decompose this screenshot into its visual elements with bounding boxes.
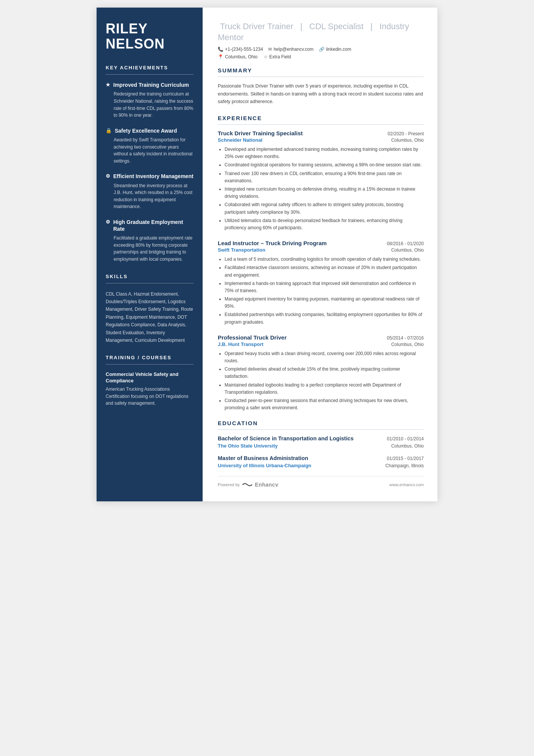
edu-school-2: University of Illinois Urbana-Champaign bbox=[218, 463, 311, 468]
job-company-row-2: Swift Transportation Columbus, Ohio bbox=[218, 247, 424, 253]
bullet-2-1: Led a team of 5 instructors, coordinatin… bbox=[225, 256, 424, 263]
achievements-section: KEY ACHIEVEMENTS ★ Improved Training Cur… bbox=[106, 65, 194, 263]
achievement-desc-3: Streamlined the inventory process at J.B… bbox=[106, 182, 194, 210]
training-title: TRAINING / COURSES bbox=[106, 355, 194, 360]
bullet-2-5: Established partnerships with trucking c… bbox=[225, 311, 424, 326]
gear-icon-2: ⚙ bbox=[106, 219, 110, 225]
job-title-2: Lead Instructor – Truck Driving Program bbox=[218, 240, 327, 246]
job-header-2: Lead Instructor – Truck Driving Program … bbox=[218, 240, 424, 246]
job-header-1: Truck Driver Training Specialist 02/2020… bbox=[218, 130, 424, 136]
job-company-row-3: J.B. Hunt Transport Columbus, Ohio bbox=[218, 341, 424, 347]
bullet-3-2: Completed deliveries ahead of schedule 1… bbox=[225, 366, 424, 380]
bullet-1-2: Coordinated logistical operations for tr… bbox=[225, 161, 424, 169]
training-course-desc-1: American Trucking Associations Certifica… bbox=[106, 386, 194, 407]
achievement-title-4: ⚙ High Graduate Employment Rate bbox=[106, 219, 194, 232]
star-icon: ★ bbox=[106, 82, 110, 88]
job-date-1: 02/2020 - Present bbox=[388, 131, 424, 136]
achievement-title-3: ⚙ Efficient Inventory Management bbox=[106, 173, 194, 180]
bullet-3-4: Conducted peer-to-peer training sessions… bbox=[225, 397, 424, 412]
extra-field-text: Extra Field bbox=[269, 54, 291, 59]
experience-section-title: EXPERIENCE bbox=[218, 115, 424, 121]
job-date-3: 05/2014 - 07/2016 bbox=[387, 335, 424, 341]
bullet-2-4: Managed equipment inventory for training… bbox=[225, 296, 424, 310]
job-company-1: Schneider National bbox=[218, 137, 262, 143]
skills-title: SKILLS bbox=[106, 274, 194, 279]
job-company-3: J.B. Hunt Transport bbox=[218, 341, 264, 347]
job-location-2: Columbus, Ohio bbox=[391, 247, 424, 253]
email-address: help@enhancv.com bbox=[273, 47, 313, 52]
summary-section-title: SUMMARY bbox=[218, 67, 424, 74]
achievement-item-2: 🔒 Safety Excellence Award Awarded by Swi… bbox=[106, 127, 194, 165]
bullet-1-3: Trained over 100 new drivers in CDL cert… bbox=[225, 170, 424, 185]
experience-divider bbox=[218, 124, 424, 125]
job-block-2: Lead Instructor – Truck Driving Program … bbox=[218, 240, 424, 326]
job-bullets-2: Led a team of 5 instructors, coordinatin… bbox=[218, 256, 424, 326]
edu-date-2: 01/2015 - 01/2017 bbox=[387, 456, 424, 461]
job-company-2: Swift Transportation bbox=[218, 247, 265, 253]
training-item-1: Commercial Vehicle Safety and Compliance… bbox=[106, 371, 194, 407]
achievement-item-3: ⚙ Efficient Inventory Management Streaml… bbox=[106, 173, 194, 210]
resume-container: RILEY NELSON KEY ACHIEVEMENTS ★ Improved… bbox=[97, 8, 437, 501]
edu-header-2: Master of Business Administration 01/201… bbox=[218, 455, 424, 462]
achievement-item-1: ★ Improved Training Curriculum Redesigne… bbox=[106, 81, 194, 119]
job-company-row-1: Schneider National Columbus, Ohio bbox=[218, 137, 424, 143]
edu-header-1: Bachelor of Science in Transportation an… bbox=[218, 435, 424, 442]
main-content: Truck Driver Trainer | CDL Specialist | … bbox=[203, 8, 437, 501]
job-block-3: Professional Truck Driver 05/2014 - 07/2… bbox=[218, 334, 424, 412]
footer-powered-by: Powered by Enhancv bbox=[218, 482, 278, 488]
job-location-3: Columbus, Ohio bbox=[391, 342, 424, 347]
phone-icon: 📞 bbox=[218, 47, 223, 52]
achievements-divider bbox=[106, 74, 194, 75]
edu-school-1: The Ohio State University bbox=[218, 443, 278, 449]
job-title-1: Truck Driver Training Specialist bbox=[218, 130, 303, 136]
training-section: TRAINING / COURSES Commercial Vehicle Sa… bbox=[106, 355, 194, 407]
linkedin-icon: 🔗 bbox=[319, 47, 325, 52]
achievement-desc-2: Awarded by Swift Transportation for achi… bbox=[106, 136, 194, 164]
edu-block-2: Master of Business Administration 01/201… bbox=[218, 455, 424, 468]
job-block-1: Truck Driver Training Specialist 02/2020… bbox=[218, 130, 424, 232]
achievement-title-1: ★ Improved Training Curriculum bbox=[106, 81, 194, 88]
location-contact: 📍 Columbus, Ohio bbox=[218, 54, 258, 59]
edu-date-1: 01/2010 - 01/2014 bbox=[387, 436, 424, 441]
edu-degree-2: Master of Business Administration bbox=[218, 455, 308, 462]
education-divider bbox=[218, 429, 424, 430]
training-course-title-1: Commercial Vehicle Safety and Compliance bbox=[106, 371, 194, 384]
bullet-1-1: Developed and implemented advanced train… bbox=[225, 146, 424, 160]
extra-field-contact: ☆ Extra Field bbox=[264, 54, 291, 59]
skills-section: SKILLS CDL Class A, Hazmat Endorsement, … bbox=[106, 274, 194, 344]
job-bullets-3: Operated heavy trucks with a clean drivi… bbox=[218, 350, 424, 412]
enhancv-logo-icon bbox=[242, 482, 253, 487]
separator-2: | bbox=[370, 22, 375, 31]
footer: Powered by Enhancv www.enhancv.com bbox=[218, 476, 424, 488]
edu-location-1: Columbus, Ohio bbox=[391, 443, 424, 449]
job-date-2: 08/2016 - 01/2020 bbox=[387, 241, 424, 246]
bullet-1-5: Collaborated with regional safety office… bbox=[225, 201, 424, 216]
bullet-1-4: Integrated new curriculum focusing on de… bbox=[225, 186, 424, 200]
sidebar: RILEY NELSON KEY ACHIEVEMENTS ★ Improved… bbox=[97, 8, 203, 501]
bullet-3-1: Operated heavy trucks with a clean drivi… bbox=[225, 350, 424, 365]
person-name: RILEY NELSON bbox=[106, 21, 194, 51]
lock-icon: 🔒 bbox=[106, 128, 112, 134]
star-header-icon: ☆ bbox=[264, 54, 268, 59]
bullet-2-3: Implemented a hands-on training approach… bbox=[225, 280, 424, 294]
footer-url: www.enhancv.com bbox=[389, 482, 424, 487]
bullet-3-3: Maintained detailed logbooks leading to … bbox=[225, 382, 424, 396]
job-location-1: Columbus, Ohio bbox=[391, 138, 424, 143]
edu-school-row-2: University of Illinois Urbana-Champaign … bbox=[218, 463, 424, 468]
edu-school-row-1: The Ohio State University Columbus, Ohio bbox=[218, 443, 424, 449]
job-title-3: Professional Truck Driver bbox=[218, 334, 287, 341]
job-title-header: Truck Driver Trainer | CDL Specialist | … bbox=[218, 21, 424, 43]
edu-block-1: Bachelor of Science in Transportation an… bbox=[218, 435, 424, 449]
edu-degree-1: Bachelor of Science in Transportation an… bbox=[218, 435, 354, 442]
job-bullets-1: Developed and implemented advanced train… bbox=[218, 146, 424, 232]
summary-divider bbox=[218, 77, 424, 77]
job-title-part-2: CDL Specialist bbox=[309, 22, 364, 31]
enhancv-brand-name: Enhancv bbox=[255, 482, 278, 488]
achievement-item-4: ⚙ High Graduate Employment Rate Facilita… bbox=[106, 219, 194, 263]
training-divider bbox=[106, 364, 194, 365]
achievement-desc-4: Facilitated a graduate employment rate e… bbox=[106, 235, 194, 263]
linkedin-contact: 🔗 linkedin.com bbox=[319, 47, 351, 52]
phone-contact: 📞 +1-(234)-555-1234 bbox=[218, 47, 263, 52]
location-row: 📍 Columbus, Ohio ☆ Extra Field bbox=[218, 54, 424, 59]
gear-icon-1: ⚙ bbox=[106, 173, 110, 180]
